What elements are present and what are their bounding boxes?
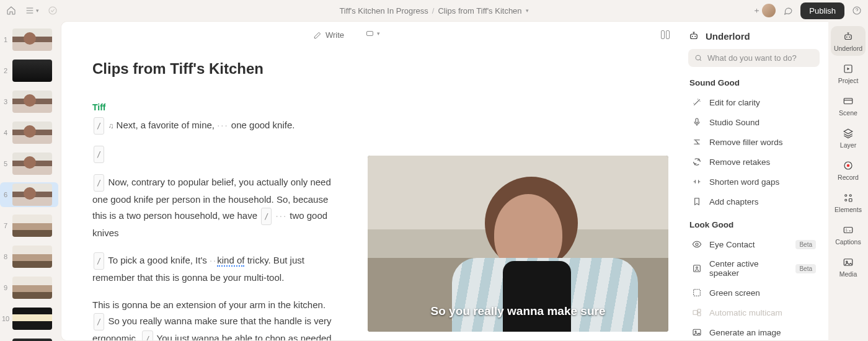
rail-bot[interactable]: Underlord [831,26,866,56]
publish-button[interactable]: Publish [800,2,844,19]
outline-menu[interactable]: ▾ [25,6,39,16]
image-icon [692,327,702,337]
rail-label: Underlord [834,45,862,52]
thumbnail [12,29,52,51]
rail-media[interactable]: Media [831,252,866,281]
bot-icon [688,30,699,42]
svg-point-25 [845,199,847,201]
ai-action-wand[interactable]: Edit for clarity [688,92,820,112]
ai-action-label: Eye Contact [709,240,755,249]
search-placeholder: What do you want to do? [707,53,797,63]
thumbnail-row[interactable]: 6 [0,182,58,207]
svg-point-3 [692,36,693,37]
rail-record[interactable]: Record [831,155,866,185]
thumbnail-row[interactable]: 7 [0,213,58,238]
right-rail: Underlord Project Scene Layer Record Ele… [828,21,868,341]
rail-project[interactable]: Project [831,58,866,88]
top-bar: ▾ Tiff's Kitchen In Progress / Clips fro… [0,0,868,21]
script-line[interactable]: This is gonna be an extension of your ar… [92,297,335,341]
breadcrumb[interactable]: Tiff's Kitchen In Progress / Clips from … [339,0,528,21]
thumbnail [12,246,52,268]
thumbnail [12,60,52,82]
svg-rect-26 [849,199,852,202]
script-line[interactable]: / ♫ Next, a favorite of mine, ··· one go… [92,117,335,135]
thumbnail [12,277,52,299]
svg-rect-2 [691,34,698,39]
thumbnail-row[interactable]: 10 [0,306,58,331]
rail-scene[interactable]: Scene [831,91,866,120]
svg-rect-10 [694,290,701,296]
thumbnail [12,91,52,113]
svg-point-22 [847,164,850,167]
svg-rect-27 [844,228,852,233]
thumb-index: 6 [1,191,10,198]
ai-action-bookmark[interactable]: Add chapters [688,192,820,211]
beta-badge: Beta [795,240,816,249]
svg-point-18 [849,37,850,38]
thumbnail-row[interactable]: 2 [0,58,58,83]
ai-action-green[interactable]: Green screen [688,283,820,303]
aspect-picker[interactable]: ▾ [366,30,380,37]
captions-icon [843,224,854,236]
ai-action-center[interactable]: Center active speaker Beta [688,254,820,283]
document-title[interactable]: Clips from Tiff's Kitchen [92,60,335,78]
speaker-label[interactable]: Tiff [92,102,335,112]
ai-action-gap[interactable]: Shorten word gaps [688,172,820,192]
ai-action-loop[interactable]: Remove retakes [688,152,820,172]
project-icon [843,63,854,74]
ai-action-eye[interactable]: Eye Contact Beta [688,234,820,254]
script-editor-panel: Write Clips from Tiff's Kitchen Tiff / ♫… [61,21,356,341]
thumb-index: 5 [1,160,10,167]
bot-icon [843,31,854,42]
rail-layer[interactable]: Layer [831,123,866,153]
chevron-down-icon[interactable]: ▾ [526,7,529,14]
eye-icon [692,239,702,249]
ai-action-label: Edit for clarity [709,98,760,107]
thumb-index: 3 [1,98,10,105]
thumbnail-row[interactable]: 5 [0,151,58,176]
gap-icon [692,177,702,187]
thumbnail [12,153,52,175]
section-sound: Sound Good [689,78,820,87]
rail-label: Layer [840,141,856,149]
breadcrumb-current[interactable]: Clips from Tiff's Kitchen [438,6,521,16]
video-preview[interactable]: So you really wanna make sure [368,156,668,332]
write-tool[interactable]: Write [313,30,344,40]
center-icon [692,264,702,273]
home-icon[interactable] [6,6,16,16]
thumbnail-row[interactable]: 4 [0,120,58,145]
thumbnail-row[interactable]: 8 [0,244,58,269]
rail-captions[interactable]: Captions [831,219,866,249]
add-collaborator[interactable]: ＋ [753,4,776,17]
ai-action-strike[interactable]: Remove filler words [688,132,820,152]
script-line[interactable]: / Now, contrary to popular belief, you a… [92,174,335,241]
svg-rect-13 [698,313,701,316]
music-icon: ♫ [108,122,113,130]
script-line[interactable]: / [92,146,335,163]
breadcrumb-root[interactable]: Tiff's Kitchen In Progress [339,6,428,16]
thumb-index: 2 [1,67,10,74]
thumbnail-row[interactable]: 11 [0,337,58,341]
svg-point-7 [696,243,698,246]
wand-icon [692,97,702,107]
thumbnail [12,308,52,330]
ai-action-label: Shorten word gaps [709,177,779,187]
thumbnail-row[interactable]: 1 [0,27,58,52]
ai-action-label: Remove filler words [709,138,783,147]
script-line[interactable]: / To pick a good knife, It's ··kind of t… [92,252,335,286]
thumbnail-row[interactable]: 9 [0,275,58,300]
svg-rect-16 [845,35,852,40]
comments-icon[interactable] [783,6,793,16]
thumbnail [12,122,52,144]
ai-action-mic-sparkle[interactable]: Studio Sound [688,112,820,132]
rail-elements[interactable]: Elements [831,187,866,217]
svg-rect-12 [698,309,701,312]
ai-action-image[interactable]: Generate an image [688,322,820,341]
thumb-index: 9 [1,284,10,291]
ai-search-input[interactable]: What do you want to do? [688,49,820,67]
help-icon[interactable] [852,6,862,16]
avatar [762,4,776,17]
thumbnail-row[interactable]: 3 [0,89,58,114]
layout-toggle-icon[interactable] [661,30,671,39]
section-look: Look Good [689,220,820,229]
